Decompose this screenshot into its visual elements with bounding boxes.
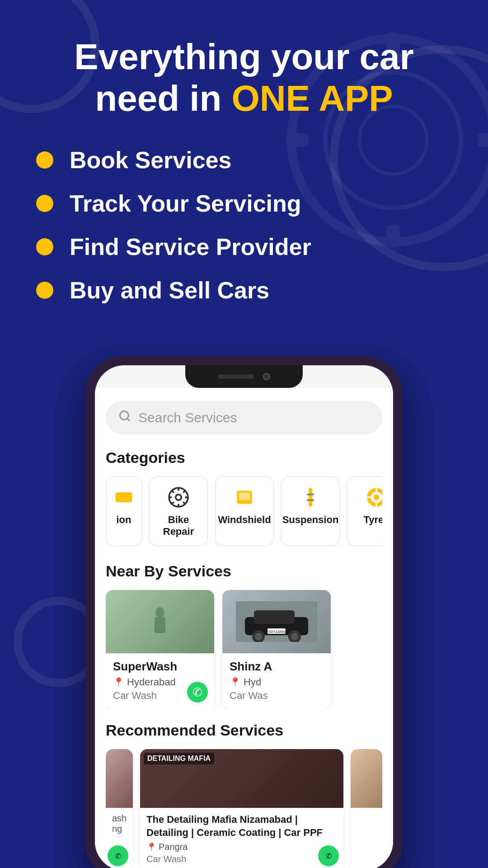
category-item-bike-repair[interactable]: Bike Repair	[149, 476, 208, 546]
svg-text:TS07JJ2000: TS07JJ2000	[267, 630, 287, 634]
rec-card-banner-text: DETAILING MAFIA	[147, 755, 211, 762]
nearby-section: Near By Services	[106, 562, 382, 709]
svg-rect-33	[155, 617, 165, 633]
feature-label-2: Track Your Servicing	[70, 190, 301, 217]
hero-title: Everything your car need in ONE APP	[47, 36, 441, 119]
phone-notch	[185, 365, 303, 388]
svg-line-19	[172, 502, 174, 504]
rec-card-partial-right[interactable]	[351, 749, 382, 868]
svg-line-8	[127, 418, 129, 420]
service-card-shinz[interactable]: TS07JJ2000 Shinz A 📍 Hyd Car Was	[222, 590, 331, 709]
svg-point-11	[176, 495, 182, 500]
rec-card-partial-left[interactable]: ash ng ✆	[106, 749, 133, 868]
category-label-windshield: Windshield	[218, 514, 271, 526]
whatsapp-btn-partial[interactable]: ✆	[108, 845, 128, 866]
service-card-body-shinz: Shinz A 📍 Hyd Car Was	[222, 653, 331, 709]
search-placeholder: Search Services	[138, 410, 237, 425]
rec-card-img-partial	[106, 749, 133, 808]
notch-speaker	[218, 374, 254, 379]
category-item-tyres[interactable]: Tyres	[347, 476, 382, 546]
category-icon-bike-repair	[166, 485, 191, 509]
svg-rect-9	[116, 492, 132, 502]
service-type-shinz: Car Was	[230, 690, 324, 702]
search-icon	[118, 410, 131, 425]
category-label-partial: ion	[117, 514, 131, 526]
svg-point-40	[291, 633, 298, 640]
feature-item-1: Book Services	[36, 146, 452, 174]
category-label-suspension: Suspension	[282, 514, 339, 526]
search-bar[interactable]: Search Services	[106, 401, 382, 434]
rec-card-title-detailing: The Detailing Mafia Nizamabad | Detailin…	[146, 813, 337, 839]
feature-item-3: Find Service Provider	[36, 233, 452, 260]
service-card-img-superwash	[106, 590, 214, 653]
rec-card-detailing-mafia[interactable]: DETAILING MAFIA The Detailing Mafia Niza…	[140, 749, 343, 868]
category-item-windshield[interactable]: Windshield	[215, 476, 274, 546]
svg-rect-23	[307, 494, 314, 495]
service-location-shinz: 📍 Hyd	[230, 676, 324, 688]
category-item-suspension[interactable]: Suspension	[281, 476, 340, 546]
rec-card-banner: DETAILING MAFIA	[144, 753, 214, 764]
notch-camera	[263, 373, 270, 380]
rec-card-img-partial-right	[351, 749, 382, 808]
recommended-scroll: ash ng ✆	[106, 749, 382, 868]
feature-label-3: Find Service Provider	[70, 233, 311, 260]
svg-rect-22	[309, 488, 312, 507]
phone-frame: Search Services Categories ion	[86, 356, 402, 868]
whatsapp-btn-detailing[interactable]: ✆	[318, 845, 339, 866]
feature-dot-2	[36, 195, 53, 212]
feature-label-4: Buy and Sell Cars	[70, 277, 269, 304]
location-pin-superwash: 📍	[113, 677, 124, 688]
feature-item-2: Track Your Servicing	[36, 190, 452, 217]
svg-point-38	[255, 633, 262, 640]
rec-partial-text-2: ng	[112, 824, 127, 834]
recommended-section: Recommended Services ash ng ✆	[106, 722, 382, 868]
car-image-svg: TS07JJ2000	[236, 601, 317, 642]
location-pin-shinz: 📍	[230, 677, 241, 688]
category-label-bike-repair: Bike Repair	[159, 514, 198, 538]
whatsapp-icon-detailing: ✆	[326, 852, 332, 860]
nearby-title: Near By Services	[106, 562, 382, 580]
recommended-title: Recommended Services	[106, 722, 382, 739]
location-text-superwash: Hyderabad	[127, 676, 176, 688]
feature-label-1: Book Services	[70, 146, 231, 174]
svg-line-16	[172, 491, 174, 492]
features-list: Book Services Track Your Servicing Find …	[0, 146, 488, 320]
svg-rect-24	[307, 499, 314, 501]
feature-dot-3	[36, 238, 53, 255]
phone-mockup: Search Services Categories ion	[86, 356, 402, 868]
svg-line-17	[183, 502, 185, 504]
svg-point-32	[155, 607, 164, 618]
whatsapp-icon-partial: ✆	[115, 852, 121, 860]
rec-location-text-detailing: Pangra	[159, 842, 188, 852]
category-icon-tyres	[364, 485, 382, 509]
category-icon-partial	[112, 485, 136, 509]
feature-dot-1	[36, 151, 53, 169]
svg-point-27	[374, 495, 380, 500]
rec-card-img-detailing: DETAILING MAFIA	[140, 749, 343, 808]
rec-partial-text-1: ash	[112, 813, 127, 824]
location-text-shinz: Hyd	[244, 676, 261, 688]
service-name-shinz: Shinz A	[230, 660, 324, 674]
whatsapp-btn-superwash[interactable]: ✆	[187, 682, 208, 703]
category-icon-suspension	[298, 485, 323, 509]
feature-item-4: Buy and Sell Cars	[36, 277, 452, 304]
service-name-superwash: SuperWash	[113, 660, 207, 674]
categories-title: Categories	[106, 449, 382, 467]
category-item-partial[interactable]: ion	[106, 476, 142, 546]
svg-rect-36	[254, 610, 295, 624]
svg-line-18	[183, 491, 185, 492]
rec-card-type-detailing: Car Wash	[146, 854, 337, 864]
whatsapp-icon-superwash: ✆	[192, 685, 202, 699]
rec-card-location-detailing: 📍 Pangra	[146, 842, 337, 852]
services-scroll: SuperWash 📍 Hyderabad Car Wash ✆	[106, 590, 382, 709]
phone-app-content: Search Services Categories ion	[95, 388, 393, 868]
rec-location-pin-detailing: 📍	[146, 842, 156, 852]
categories-scroll: ion	[106, 476, 382, 546]
feature-dot-4	[36, 282, 53, 299]
category-icon-windshield	[232, 485, 257, 509]
service-card-img-shinz: TS07JJ2000	[222, 590, 331, 653]
svg-rect-21	[239, 493, 250, 500]
phone-screen: Search Services Categories ion	[95, 365, 393, 868]
service-card-superwash[interactable]: SuperWash 📍 Hyderabad Car Wash ✆	[106, 590, 214, 709]
rec-card-body-partial: ash ng	[106, 808, 133, 840]
